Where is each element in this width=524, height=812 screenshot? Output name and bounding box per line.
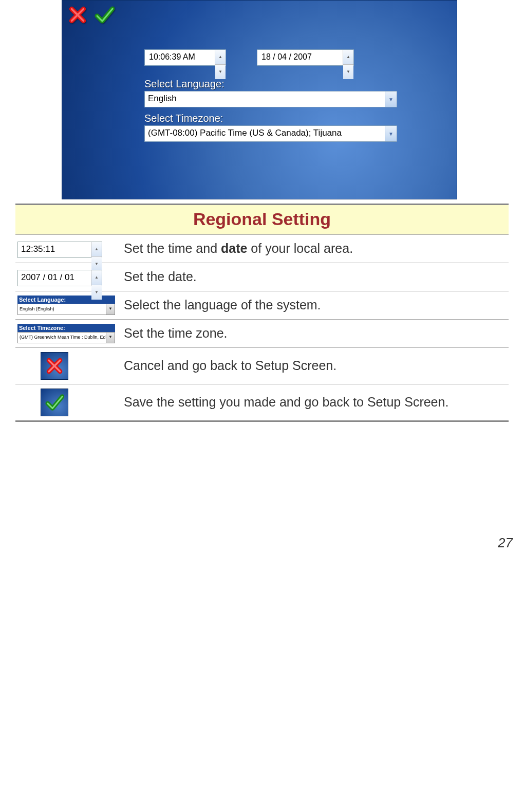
- date-value: 18 / 04 / 2007: [257, 50, 343, 65]
- table-row: 12:35:11 ▲▼ Set the time and date of you…: [15, 235, 509, 263]
- timezone-value: (GMT-08:00) Pacific Time (US & Canada); …: [145, 126, 385, 141]
- cancel-icon[interactable]: [66, 4, 89, 26]
- page-number: 27: [0, 442, 524, 551]
- timezone-label: Select Timezone:: [144, 113, 406, 124]
- table-row: Cancel and go back to Setup Screen.: [15, 347, 509, 384]
- spinner-arrows[interactable]: ▲▼: [343, 50, 353, 65]
- timezone-combo-thumb: Select Timezone: (GMT) Greenwich Mean Ti…: [17, 324, 115, 343]
- row-desc: Set the time and date of your local area…: [120, 235, 509, 263]
- table-row: Select Language: English (English) ▼ Sel…: [15, 291, 509, 319]
- time-value: 10:06:39 AM: [145, 50, 215, 65]
- language-label: Select Language:: [144, 78, 406, 90]
- row-desc: Set the date.: [120, 263, 509, 291]
- spinner-arrows[interactable]: ▲▼: [215, 50, 226, 65]
- time-spinner[interactable]: 10:06:39 AM ▲▼: [144, 49, 226, 66]
- row-desc: Save the setting you made and go back to…: [120, 384, 509, 421]
- regional-setting-screenshot: 10:06:39 AM ▲▼ 18 / 04 / 2007 ▲▼ Select …: [62, 0, 457, 199]
- chevron-down-icon[interactable]: ▼: [385, 91, 397, 107]
- cancel-icon: [41, 352, 68, 380]
- timezone-combo[interactable]: (GMT-08:00) Pacific Time (US & Canada); …: [144, 125, 397, 142]
- date-spinner[interactable]: 18 / 04 / 2007 ▲▼: [257, 49, 354, 66]
- table-row: 2007 / 01 / 01 ▲▼ Set the date.: [15, 263, 509, 291]
- chevron-down-icon[interactable]: ▼: [385, 126, 397, 141]
- table-row: Select Timezone: (GMT) Greenwich Mean Ti…: [15, 319, 509, 347]
- row-desc: Select the language of the system.: [120, 291, 509, 319]
- row-desc: Cancel and go back to Setup Screen.: [120, 347, 509, 384]
- table-row: Save the setting you made and go back to…: [15, 384, 509, 421]
- date-spinner-thumb: 2007 / 01 / 01 ▲▼: [17, 270, 102, 286]
- row-desc: Set the time zone.: [120, 319, 509, 347]
- confirm-icon: [41, 389, 68, 416]
- regional-setting-table: Regional Setting 12:35:11 ▲▼ Set the tim…: [15, 204, 509, 422]
- language-combo[interactable]: English ▼: [144, 91, 397, 107]
- confirm-icon[interactable]: [93, 4, 116, 26]
- time-spinner-thumb: 12:35:11 ▲▼: [17, 242, 102, 258]
- language-value: English: [145, 91, 385, 107]
- table-title: Regional Setting: [15, 205, 509, 235]
